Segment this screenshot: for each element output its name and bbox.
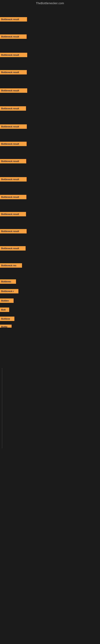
bar-item-15[interactable]: Bottleneck res	[0, 263, 22, 268]
bar-item-20[interactable]: Bottlene	[0, 316, 14, 321]
bar-item-2[interactable]: Bottleneck result	[0, 34, 27, 39]
bar-label-3: Bottleneck result	[0, 53, 27, 57]
bar-label-21: Bottle	[0, 324, 12, 328]
bar-label-20: Bottlene	[0, 316, 14, 321]
bar-label-5: Bottleneck result	[0, 88, 27, 93]
bar-item-13[interactable]: Bottleneck result	[0, 229, 27, 234]
bar-label-1: Bottleneck result	[0, 17, 27, 22]
bar-label-19: Bott	[0, 308, 9, 312]
bar-label-17: Bottleneck r	[0, 289, 18, 294]
bar-label-15: Bottleneck res	[0, 263, 22, 268]
bar-item-10[interactable]: Bottleneck result	[0, 177, 27, 182]
bar-item-7[interactable]: Bottleneck result	[0, 124, 27, 129]
bar-item-5[interactable]: Bottleneck result	[0, 88, 27, 93]
bar-label-8: Bottleneck result	[0, 142, 27, 146]
bar-item-3[interactable]: Bottleneck result	[0, 53, 27, 57]
bar-label-6: Bottleneck result	[0, 106, 26, 111]
vertical-line	[2, 368, 2, 448]
bar-label-2: Bottleneck result	[0, 34, 27, 39]
bar-item-14[interactable]: Bottleneck result	[0, 246, 26, 250]
bar-item-18[interactable]: Bottlen	[0, 298, 14, 303]
bar-label-7: Bottleneck result	[0, 124, 27, 129]
bar-item-6[interactable]: Bottleneck result	[0, 106, 26, 111]
bar-label-9: Bottleneck result	[0, 159, 26, 164]
bottom-section	[0, 328, 100, 644]
bar-label-13: Bottleneck result	[0, 229, 27, 234]
bar-label-4: Bottleneck result	[0, 70, 27, 74]
bar-label-18: Bottlen	[0, 298, 14, 303]
bar-label-12: Bottleneck result	[0, 212, 26, 216]
site-title: TheBottlenecker.com	[0, 0, 100, 6]
bar-label-10: Bottleneck result	[0, 177, 27, 182]
bar-label-14: Bottleneck result	[0, 246, 26, 250]
bar-item-9[interactable]: Bottleneck result	[0, 159, 26, 164]
bar-label-11: Bottleneck result	[0, 195, 26, 199]
chart-area: Bottleneck resultBottleneck resultBottle…	[0, 6, 100, 328]
bar-item-16[interactable]: Bottlenec	[0, 279, 16, 284]
site-title-container: TheBottlenecker.com	[0, 0, 100, 6]
bar-item-1[interactable]: Bottleneck result	[0, 17, 27, 22]
bar-item-8[interactable]: Bottleneck result	[0, 142, 27, 146]
bar-label-16: Bottlenec	[0, 279, 16, 284]
bar-item-12[interactable]: Bottleneck result	[0, 212, 26, 216]
bar-item-11[interactable]: Bottleneck result	[0, 195, 26, 199]
bar-item-4[interactable]: Bottleneck result	[0, 70, 27, 74]
bar-item-21[interactable]: Bottle	[0, 324, 12, 328]
bar-item-19[interactable]: Bott	[0, 308, 9, 312]
bar-item-17[interactable]: Bottleneck r	[0, 289, 18, 294]
